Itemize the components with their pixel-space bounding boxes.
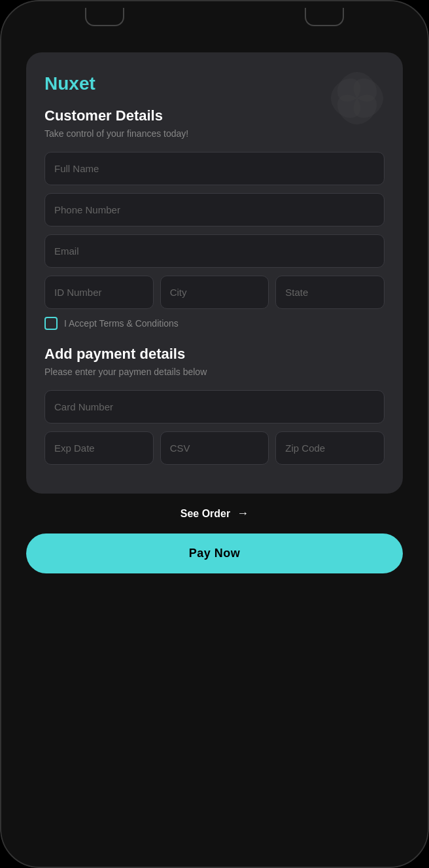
state-input[interactable] <box>275 276 385 309</box>
notch-left <box>85 8 124 26</box>
phone-content: Nuxet Customer Details Take control of y… <box>0 0 429 868</box>
pay-now-label: Pay Now <box>189 547 241 560</box>
see-order-label: See Order <box>180 508 230 520</box>
id-number-input[interactable] <box>44 276 154 309</box>
customer-card: Nuxet Customer Details Take control of y… <box>26 52 403 494</box>
terms-checkbox[interactable] <box>44 317 58 330</box>
exp-date-input[interactable] <box>44 431 154 465</box>
terms-row: I Accept Terms & Conditions <box>44 317 385 330</box>
full-name-input[interactable] <box>44 152 385 185</box>
card-number-input[interactable] <box>44 390 385 424</box>
csv-input[interactable] <box>160 431 269 465</box>
card-details-row <box>44 431 385 465</box>
pay-now-button[interactable]: Pay Now <box>26 533 403 573</box>
bottom-area: See Order → Pay Now <box>26 494 403 587</box>
address-row <box>44 276 385 309</box>
arrow-icon: → <box>237 507 249 520</box>
terms-label: I Accept Terms & Conditions <box>64 318 179 329</box>
phone-number-input[interactable] <box>44 193 385 226</box>
notch-right <box>305 8 344 26</box>
email-input[interactable] <box>44 234 385 268</box>
payment-section-subtitle: Please enter your paymen details below <box>44 367 385 377</box>
city-input[interactable] <box>160 276 269 309</box>
payment-section-title: Add payment details <box>44 346 385 363</box>
brand-watermark <box>324 65 390 131</box>
see-order-button[interactable]: See Order → <box>180 507 249 520</box>
phone-frame: Nuxet Customer Details Take control of y… <box>0 0 429 868</box>
zip-code-input[interactable] <box>275 431 385 465</box>
